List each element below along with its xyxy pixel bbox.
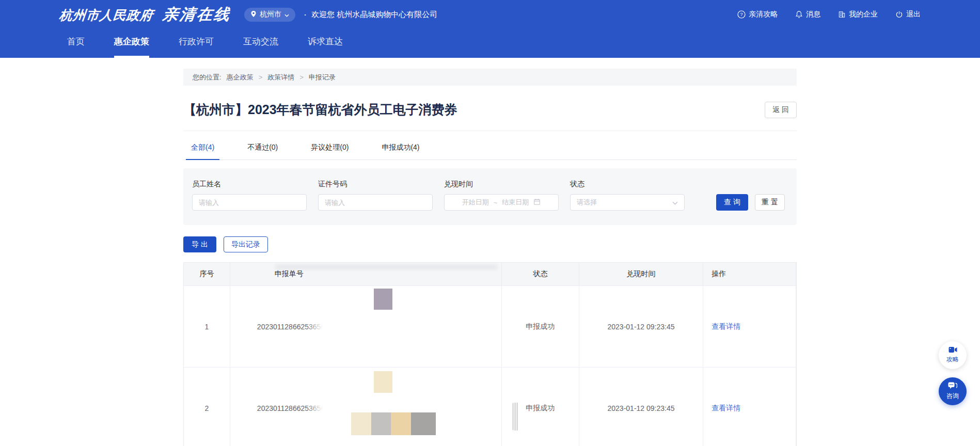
filter-panel: 员工姓名 证件号码 兑现时间 开始日期 ~ 结束日期 状态 请选择 [183,168,797,225]
export-button[interactable]: 导 出 [183,236,216,252]
messages-link-label: 消息 [806,10,820,19]
row-seq: 2 [184,368,230,446]
date-range-picker[interactable]: 开始日期 ~ 结束日期 [444,194,559,211]
breadcrumb: 您的位置: 惠企政策 > 政策详情 > 申报记录 [183,69,797,86]
guide-link[interactable]: ? 亲清攻略 [737,10,778,19]
welcome-separator: · [304,10,307,19]
application-records-table: 序号 申报单号 状态 兑现时间 操作 1 202301128662536567 … [183,262,797,446]
redaction-smudge [513,403,518,431]
date-range-separator: ~ [494,199,498,206]
status-label: 状态 [570,180,685,189]
filter-status: 状态 请选择 [570,180,685,211]
id-number-label: 证件号码 [318,180,433,189]
location-label: 杭州市 [260,10,281,19]
redaction-block [374,289,392,310]
id-number-input[interactable] [318,194,433,211]
logout-link[interactable]: 退出 [895,10,921,19]
breadcrumb-item-policy[interactable]: 惠企政策 [227,73,254,82]
redaction-block [374,371,392,393]
main-nav: 首页 惠企政策 行政许可 互动交流 诉求直达 [0,29,980,58]
search-button[interactable]: 查 询 [716,194,748,211]
redaction-square [391,412,411,435]
end-date-placeholder: 结束日期 [502,198,529,207]
col-header-action: 操作 [703,263,796,285]
status-select-placeholder: 请选择 [577,198,597,207]
tab-rejected[interactable]: 不通过(0) [242,143,283,160]
nav-item-appeals[interactable]: 诉求直达 [308,29,343,58]
redaction-square [411,412,436,435]
view-detail-link[interactable]: 查看详情 [712,404,740,413]
table-header-row: 序号 申报单号 状态 兑现时间 操作 [184,263,796,285]
my-enterprise-link[interactable]: 我的企业 [838,10,878,19]
tab-all[interactable]: 全部(4) [186,143,219,160]
start-date-placeholder: 开始日期 [462,198,489,207]
chevron-down-icon [284,10,289,19]
reset-button[interactable]: 重 置 [755,194,785,211]
page-title: 【杭州市】2023年春节留杭省外员工电子消费券 [183,101,457,118]
chat-icon [948,382,957,391]
tab-dispute[interactable]: 异议处理(0) [306,143,354,160]
nav-item-home[interactable]: 首页 [67,29,85,58]
redeem-time-label: 兑现时间 [444,180,559,189]
table-row: 2 202301128662536563 申报成功 2023-01-12 09:… [184,367,796,446]
header-links: ? 亲清攻略 消息 我的企业 退出 [737,10,921,19]
status-tabs: 全部(4) 不通过(0) 异议处理(0) 申报成功(4) [183,143,797,160]
row-order-no: 202301128662536567 [230,286,502,367]
calendar-icon [533,198,541,207]
svg-text:?: ? [740,12,742,17]
export-records-button[interactable]: 导出记录 [224,236,268,252]
guide-float-button[interactable]: 攻略 [939,341,967,369]
back-button[interactable]: 返 回 [765,102,797,118]
chevron-down-icon [672,199,678,206]
guide-link-label: 亲清攻略 [749,10,778,19]
bell-icon [795,10,803,19]
location-pin-icon [250,10,257,19]
top-header: 杭州市人民政府 亲清在线 杭州市 · 欢迎您 杭州水晶城购物中心有限公司 ? 亲… [0,0,980,29]
redaction-smear [275,265,497,269]
breadcrumb-item-policy-detail[interactable]: 政策详情 [267,73,294,82]
building-icon [838,10,846,19]
nav-item-interaction[interactable]: 互动交流 [243,29,278,58]
table-row: 1 202301128662536567 申报成功 2023-01-12 09:… [184,285,796,367]
welcome-company: 欢迎您 杭州水晶城购物中心有限公司 [311,10,437,20]
redaction-strip [351,412,436,435]
redaction-square [371,412,391,435]
order-no-fade [306,322,330,333]
export-actions: 导 出 导出记录 [183,236,797,252]
status-select[interactable]: 请选择 [570,194,685,211]
video-camera-icon [949,346,957,355]
nav-item-administrative-license[interactable]: 行政许可 [179,29,214,58]
consult-float-button[interactable]: 咨询 [939,377,967,405]
guide-float-label: 攻略 [946,355,959,364]
employee-name-label: 员工姓名 [192,180,307,189]
question-circle-icon: ? [737,10,746,19]
row-status: 申报成功 [502,286,579,367]
col-header-status: 状态 [502,263,579,285]
row-seq: 1 [184,286,230,367]
my-enterprise-link-label: 我的企业 [849,10,878,19]
logo-platform-text: 亲清在线 [162,4,232,25]
logo-gov-text: 杭州市人民政府 [58,7,154,24]
messages-link[interactable]: 消息 [795,10,820,19]
welcome-text: · 欢迎您 杭州水晶城购物中心有限公司 [304,10,437,20]
view-detail-link[interactable]: 查看详情 [712,322,740,331]
order-no-fade [306,403,330,415]
row-redeem-time: 2023-01-12 09:23:45 [579,368,704,446]
row-redeem-time: 2023-01-12 09:23:45 [579,286,704,367]
breadcrumb-item-application-records[interactable]: 申报记录 [309,73,336,82]
logout-link-label: 退出 [906,10,921,19]
breadcrumb-prefix: 您的位置: [193,73,222,82]
breadcrumb-separator: > [299,73,304,81]
title-divider [183,131,797,131]
filter-redeem-time: 兑现时间 开始日期 ~ 结束日期 [444,180,559,211]
nav-item-enterprise-policy[interactable]: 惠企政策 [114,29,149,58]
filter-employee-name: 员工姓名 [192,180,307,211]
col-header-redeem-time: 兑现时间 [579,263,704,285]
redaction-square [351,412,371,435]
tab-success[interactable]: 申报成功(4) [376,143,424,160]
filter-buttons: 查 询 重 置 [716,194,785,211]
power-icon [895,10,903,19]
location-selector[interactable]: 杭州市 [244,8,295,22]
filter-id-number: 证件号码 [318,180,433,211]
employee-name-input[interactable] [192,194,307,211]
